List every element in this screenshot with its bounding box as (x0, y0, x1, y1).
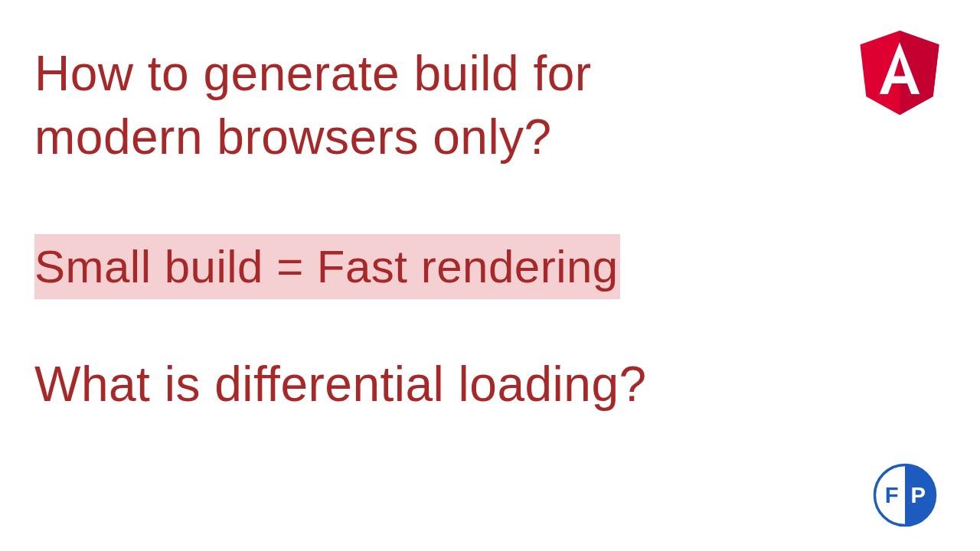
fp-letter-f: F (885, 483, 899, 507)
highlight-block: Small build = Fast rendering (34, 234, 620, 299)
highlight-text: Small build = Fast rendering (34, 234, 620, 299)
fp-logo-icon: F P (872, 462, 938, 528)
heading-line-1: How to generate build for (34, 42, 800, 106)
fp-letter-p: P (910, 483, 926, 507)
slide-content: How to generate build for modern browser… (0, 0, 980, 417)
heading-line-2: modern browsers only? (34, 106, 800, 169)
subheading: What is differential loading? (34, 353, 946, 416)
angular-logo-icon (858, 31, 942, 121)
